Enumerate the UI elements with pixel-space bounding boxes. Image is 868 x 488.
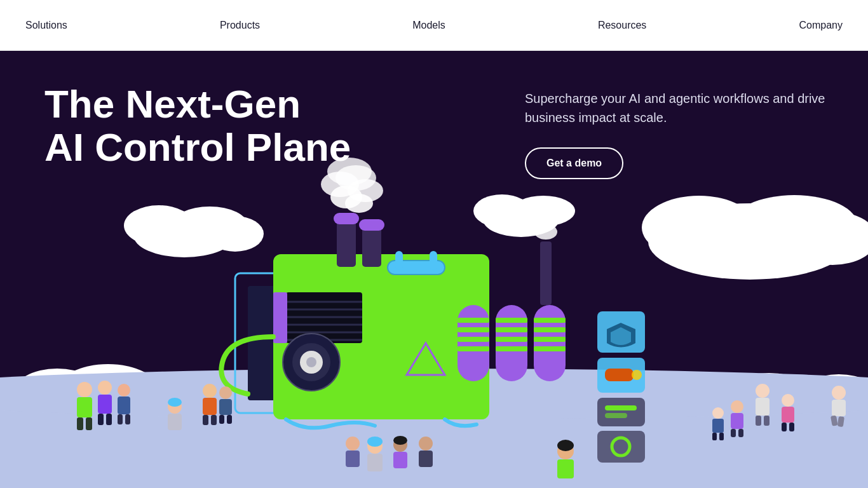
svg-rect-76 [597,431,645,463]
svg-rect-103 [764,416,770,426]
svg-rect-97 [346,451,360,467]
svg-point-82 [98,381,112,395]
svg-rect-84 [98,414,104,425]
svg-point-96 [346,437,360,451]
svg-rect-111 [738,429,743,437]
svg-point-112 [712,407,724,419]
svg-rect-63 [540,241,552,305]
svg-rect-89 [125,414,130,424]
hero-title: The Next-Gen AI Control Plane [44,83,351,169]
svg-point-120 [203,384,217,398]
svg-point-124 [219,386,232,399]
svg-rect-105 [782,407,794,423]
svg-rect-41 [458,318,489,323]
hero-section: The Next-Gen AI Control Plane Supercharg… [0,0,868,488]
svg-rect-133 [557,459,574,478]
svg-rect-51 [534,337,566,342]
svg-rect-68 [430,251,437,270]
svg-rect-88 [118,414,123,424]
svg-point-65 [529,212,557,231]
svg-point-104 [782,394,794,407]
svg-rect-38 [458,305,489,381]
svg-rect-49 [534,318,566,323]
svg-rect-113 [712,419,724,433]
get-demo-button-hero[interactable]: Get a demo [525,147,623,179]
svg-rect-99 [419,451,433,467]
svg-point-100 [756,384,770,398]
svg-rect-106 [782,423,787,431]
nav-products[interactable]: Products [220,20,260,31]
svg-rect-48 [496,346,527,351]
svg-rect-42 [458,327,489,332]
hero-illustration [0,0,868,488]
svg-rect-115 [719,433,724,440]
svg-point-36 [306,357,316,367]
svg-rect-56 [359,219,384,231]
hero-text-left: The Next-Gen AI Control Plane [44,83,351,169]
svg-rect-43 [458,337,489,342]
svg-rect-80 [77,417,83,430]
svg-point-129 [168,398,182,407]
svg-rect-122 [203,415,208,425]
svg-point-98 [419,437,433,451]
svg-rect-55 [334,213,359,224]
svg-rect-101 [756,398,770,416]
svg-point-78 [77,382,92,397]
svg-point-86 [118,384,130,396]
svg-rect-95 [393,452,407,468]
svg-rect-117 [832,400,846,416]
svg-rect-109 [731,413,743,429]
svg-rect-92 [367,454,383,471]
svg-rect-85 [106,414,112,425]
svg-rect-125 [219,399,232,415]
svg-rect-67 [395,251,403,270]
svg-rect-75 [605,413,627,418]
svg-point-108 [731,400,743,413]
svg-rect-44 [458,346,489,351]
svg-rect-83 [98,395,112,414]
svg-rect-79 [77,397,92,417]
nav-left: Arthur Solutions Products Models Resourc… [25,15,95,36]
svg-rect-114 [712,433,717,440]
svg-rect-40 [534,305,566,381]
svg-rect-50 [534,327,566,332]
svg-rect-87 [118,396,130,414]
svg-rect-71 [605,369,634,381]
svg-point-132 [557,440,574,451]
svg-point-91 [367,437,383,447]
svg-point-116 [832,386,846,400]
svg-rect-126 [219,415,224,424]
svg-rect-47 [496,337,527,342]
svg-rect-127 [227,415,232,424]
svg-rect-110 [731,429,736,437]
svg-point-94 [393,436,407,445]
svg-rect-121 [203,398,217,415]
svg-rect-123 [211,415,217,425]
svg-rect-102 [756,416,761,426]
navbar: Arthur Solutions Products Models Resourc… [0,0,868,51]
svg-rect-81 [86,417,92,430]
svg-point-72 [632,370,642,380]
svg-rect-130 [168,414,182,430]
nav-models[interactable]: Models [412,20,445,31]
svg-rect-46 [496,327,527,332]
nav-solutions[interactable]: Solutions [25,20,67,31]
svg-rect-73 [597,398,645,426]
hero-subtitle: Supercharge your AI and agentic workflow… [525,89,830,127]
hero-text-right: Supercharge your AI and agentic workflow… [525,89,830,179]
svg-rect-45 [496,318,527,323]
nav-company[interactable]: Company [799,20,842,31]
svg-rect-39 [496,305,527,381]
nav-resources[interactable]: Resources [598,20,646,31]
svg-rect-74 [605,405,637,410]
svg-rect-52 [534,346,566,351]
svg-rect-107 [789,423,794,431]
nav-links: Solutions Products Models Resources Comp… [0,0,868,51]
svg-point-9 [207,216,264,252]
